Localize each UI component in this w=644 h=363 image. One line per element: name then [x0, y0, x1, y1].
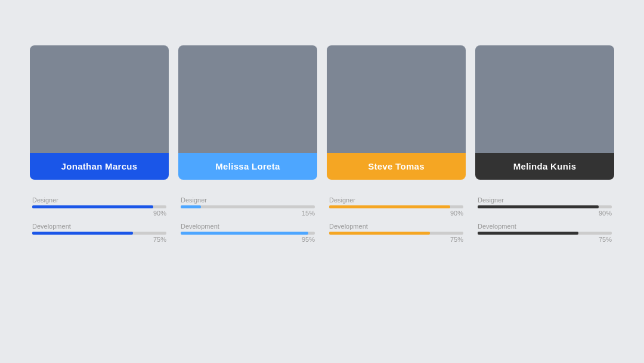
bar-percent-3-1: 75% — [478, 236, 612, 243]
card-image-2 — [327, 45, 466, 153]
bar-container-1-1 — [181, 232, 315, 235]
skill-label-2-0: Designer — [329, 196, 463, 204]
skill-label-2-1: Development — [329, 223, 463, 230]
card-name-3: Melinda Kunis — [475, 153, 614, 180]
bar-container-3-1 — [478, 232, 612, 235]
bar-percent-3-0: 90% — [478, 210, 612, 217]
bar-container-0-0 — [32, 205, 166, 208]
card-image-3 — [475, 45, 614, 153]
stat-block-0: Designer90%Development75% — [30, 196, 169, 249]
stat-block-1: Designer15%Development95% — [178, 196, 317, 249]
bar-percent-2-0: 90% — [329, 210, 463, 217]
stats-container: Designer90%Development75%Designer15%Deve… — [30, 196, 614, 249]
bar-container-2-0 — [329, 205, 463, 208]
skill-label-3-0: Designer — [478, 196, 612, 204]
bar-fill-3-1 — [478, 232, 578, 235]
bar-fill-0-0 — [32, 205, 153, 208]
card-2: Steve Tomas — [327, 45, 466, 180]
page-header — [30, 24, 614, 27]
card-name-2: Steve Tomas — [327, 153, 466, 180]
bar-fill-2-1 — [329, 232, 430, 235]
card-0: Jonathan Marcus — [30, 45, 169, 180]
bar-percent-0-1: 75% — [32, 236, 166, 243]
bar-container-2-1 — [329, 232, 463, 235]
skill-label-1-1: Development — [181, 223, 315, 230]
skill-label-1-0: Designer — [181, 196, 315, 204]
stat-block-3: Designer90%Development75% — [475, 196, 614, 249]
card-name-0: Jonathan Marcus — [30, 153, 169, 180]
card-1: Melissa Loreta — [178, 45, 317, 180]
bar-percent-2-1: 75% — [329, 236, 463, 243]
bar-fill-1-0 — [181, 205, 201, 208]
bar-fill-1-1 — [181, 232, 308, 235]
bar-percent-0-0: 90% — [32, 210, 166, 217]
skill-label-0-0: Designer — [32, 196, 166, 204]
card-image-0 — [30, 45, 169, 153]
bar-percent-1-1: 95% — [181, 236, 315, 243]
bar-fill-3-0 — [478, 205, 599, 208]
skill-label-0-1: Development — [32, 223, 166, 230]
bar-container-3-0 — [478, 205, 612, 208]
bar-container-0-1 — [32, 232, 166, 235]
cards-container: Jonathan MarcusMelissa LoretaSteve Tomas… — [30, 45, 614, 180]
bar-percent-1-0: 15% — [181, 210, 315, 217]
bar-fill-2-0 — [329, 205, 450, 208]
skill-label-3-1: Development — [478, 223, 612, 230]
bar-fill-0-1 — [32, 232, 133, 235]
bar-container-1-0 — [181, 205, 315, 208]
card-name-1: Melissa Loreta — [178, 153, 317, 180]
card-image-1 — [178, 45, 317, 153]
stat-block-2: Designer90%Development75% — [327, 196, 466, 249]
card-3: Melinda Kunis — [475, 45, 614, 180]
